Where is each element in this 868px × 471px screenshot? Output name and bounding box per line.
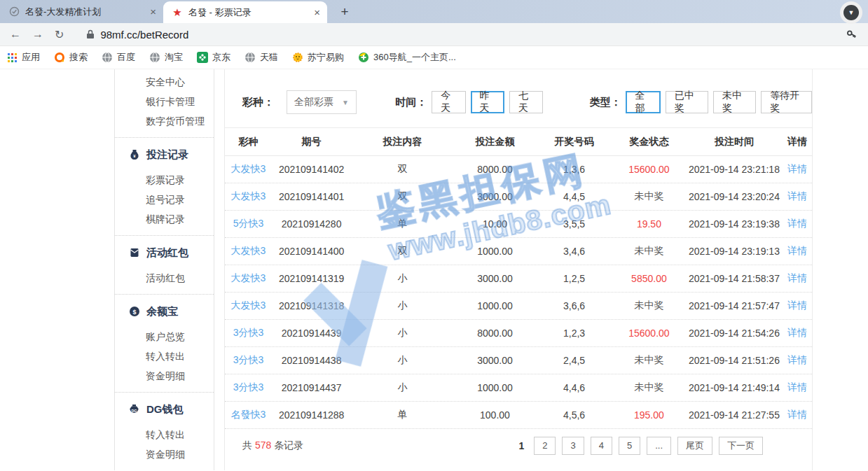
- sidebar-item[interactable]: 账户总览: [115, 327, 214, 346]
- chevron-down-icon: ▼: [843, 5, 859, 20]
- lottery-link[interactable]: 大发快3: [225, 163, 272, 176]
- page-button[interactable]: ...: [647, 437, 671, 455]
- last-page-button[interactable]: 尾页: [677, 437, 712, 455]
- sidebar-group: ¥投注记录彩票记录追号记录棋牌记录: [115, 137, 214, 235]
- lottery-link[interactable]: 3分快3: [225, 381, 272, 394]
- page-button[interactable]: 4: [591, 437, 612, 455]
- bet-record-panel: 彩种： 全部彩票 ▼ 时间： 今天昨天七天 类型： 全部已中奖未中奖等待开奖 彩…: [224, 69, 813, 470]
- time-filter-button[interactable]: 昨天: [471, 91, 504, 113]
- bookmark-label: 搜索: [69, 51, 88, 64]
- sidebar: 安全中心银行卡管理数字货币管理¥投注记录彩票记录追号记录棋牌记录活动红包活动红包…: [114, 69, 214, 470]
- issue-cell: 20210914280: [272, 218, 351, 230]
- sidebar-item[interactable]: 转入转出: [115, 346, 214, 366]
- bookmark-label: 360导航_一个主页...: [373, 51, 456, 64]
- lottery-link[interactable]: 3分快3: [225, 354, 272, 367]
- globe-icon: [149, 52, 160, 63]
- bookmark-item[interactable]: 应用: [7, 51, 40, 64]
- bookmark-item[interactable]: 天猫: [244, 51, 278, 64]
- browser-toolbar: ← → ↻ 98mf.cc/betRecord: [0, 23, 868, 46]
- page-button[interactable]: 2: [534, 437, 556, 455]
- type-filter-button[interactable]: 等待开奖: [761, 91, 812, 113]
- tab-precise-plan[interactable]: 名發-大发精准计划 ×: [0, 0, 163, 23]
- detail-link[interactable]: 详情: [783, 245, 812, 258]
- detail-link[interactable]: 详情: [783, 354, 812, 367]
- time-filter-button[interactable]: 今天: [432, 91, 465, 113]
- detail-link[interactable]: 详情: [783, 218, 812, 230]
- lottery-link[interactable]: 3分快3: [225, 327, 272, 339]
- issue-cell: 202109141401: [272, 191, 351, 202]
- lottery-select[interactable]: 全部彩票 ▼: [287, 90, 357, 114]
- sidebar-item[interactable]: 棋牌记录: [115, 209, 214, 229]
- table-row: 大发快3202109141318小1000.003,6,6未中奖2021-09-…: [225, 293, 812, 320]
- forward-button[interactable]: →: [32, 28, 43, 41]
- detail-link[interactable]: 详情: [783, 327, 812, 339]
- reload-button[interactable]: ↻: [55, 28, 64, 41]
- time-filter-button[interactable]: 七天: [509, 91, 543, 113]
- column-header: 期号: [272, 136, 351, 148]
- sidebar-group: 安全中心银行卡管理数字货币管理: [115, 69, 214, 137]
- new-tab-button[interactable]: +: [334, 2, 355, 22]
- close-icon[interactable]: ×: [150, 6, 156, 17]
- lottery-link[interactable]: 大发快3: [225, 272, 272, 285]
- sidebar-item[interactable]: 银行卡管理: [115, 92, 214, 111]
- sidebar-item[interactable]: 活动红包: [115, 268, 214, 288]
- sidebar-item[interactable]: 资金明细: [115, 366, 214, 386]
- table-row: 大发快3202109141400双1000.003,4,6未中奖2021-09-…: [225, 238, 812, 265]
- page-button[interactable]: 3: [562, 437, 584, 455]
- detail-link[interactable]: 详情: [783, 300, 812, 312]
- close-icon[interactable]: ×: [314, 6, 320, 18]
- type-filter-button[interactable]: 已中奖: [666, 91, 708, 113]
- page-button[interactable]: 5: [619, 437, 640, 455]
- content-cell: 小: [351, 272, 454, 285]
- sidebar-item[interactable]: 彩票记录: [115, 170, 214, 190]
- key-icon[interactable]: [846, 28, 858, 41]
- sidebar-section-header[interactable]: ¥投注记录: [115, 144, 214, 165]
- time-cell: 2021-09-14 21:54:26: [686, 328, 783, 339]
- lottery-link[interactable]: 5分快3: [225, 218, 272, 230]
- time-cell: 2021-09-14 21:49:14: [686, 382, 783, 393]
- tab-search-button[interactable]: ▼: [840, 1, 862, 24]
- content-cell: 小: [351, 327, 454, 339]
- detail-link[interactable]: 详情: [783, 163, 812, 176]
- content-cell: 双: [351, 245, 454, 258]
- sidebar-item[interactable]: 数字货币管理: [115, 111, 214, 131]
- detail-link[interactable]: 详情: [783, 381, 812, 394]
- type-filter-button[interactable]: 未中奖: [713, 91, 756, 113]
- lottery-link[interactable]: 大发快3: [225, 300, 272, 312]
- bookmark-item[interactable]: 360导航_一个主页...: [358, 51, 456, 64]
- time-cell: 2021-09-14 21:51:26: [686, 355, 783, 366]
- detail-link[interactable]: 详情: [783, 272, 812, 285]
- lottery-link[interactable]: 大发快3: [225, 245, 272, 258]
- bookmark-item[interactable]: 百度: [102, 51, 135, 64]
- type-filter-button[interactable]: 全部: [626, 91, 660, 113]
- sidebar-item[interactable]: 资金明细: [115, 444, 214, 464]
- lottery-link[interactable]: 大发快3: [225, 190, 272, 203]
- lottery-link[interactable]: 名發快3: [225, 409, 272, 421]
- content-cell: 小: [351, 354, 454, 367]
- bookmark-item[interactable]: 搜索: [54, 51, 88, 64]
- sidebar-section-header[interactable]: $余额宝: [115, 301, 214, 322]
- table-row: 3分快320210914438小3000.002,4,5未中奖2021-09-1…: [225, 347, 812, 374]
- detail-link[interactable]: 详情: [783, 190, 812, 203]
- detail-link[interactable]: 详情: [783, 409, 812, 421]
- dg-wallet-icon: DG: [128, 404, 140, 416]
- sidebar-section-header[interactable]: 活动红包: [115, 242, 214, 263]
- sidebar-item[interactable]: 安全中心: [115, 72, 214, 92]
- tab-lottery-record[interactable]: ★ 名發 - 彩票记录 ×: [163, 1, 327, 23]
- column-header: 详情: [783, 136, 812, 148]
- sidebar-item[interactable]: 追号记录: [115, 190, 214, 209]
- current-page: 1: [518, 440, 524, 451]
- bookmark-label: 百度: [117, 51, 135, 64]
- bookmark-item[interactable]: 京东: [197, 51, 230, 64]
- issue-cell: 202109141400: [272, 246, 351, 257]
- bookmark-item[interactable]: 淘宝: [149, 51, 183, 64]
- bookmark-item[interactable]: 苏宁易购: [292, 51, 344, 64]
- sidebar-item[interactable]: 转入转出: [115, 425, 214, 444]
- page-content: 安全中心银行卡管理数字货币管理¥投注记录彩票记录追号记录棋牌记录活动红包活动红包…: [0, 69, 868, 470]
- status-cell: 15600.00: [612, 164, 686, 175]
- next-page-button[interactable]: 下一页: [719, 437, 763, 455]
- lottery-select-value: 全部彩票: [294, 96, 333, 108]
- back-button[interactable]: ←: [10, 28, 21, 41]
- sidebar-section-header[interactable]: DGDG钱包: [115, 399, 214, 420]
- url-bar[interactable]: 98mf.cc/betRecord: [100, 29, 188, 41]
